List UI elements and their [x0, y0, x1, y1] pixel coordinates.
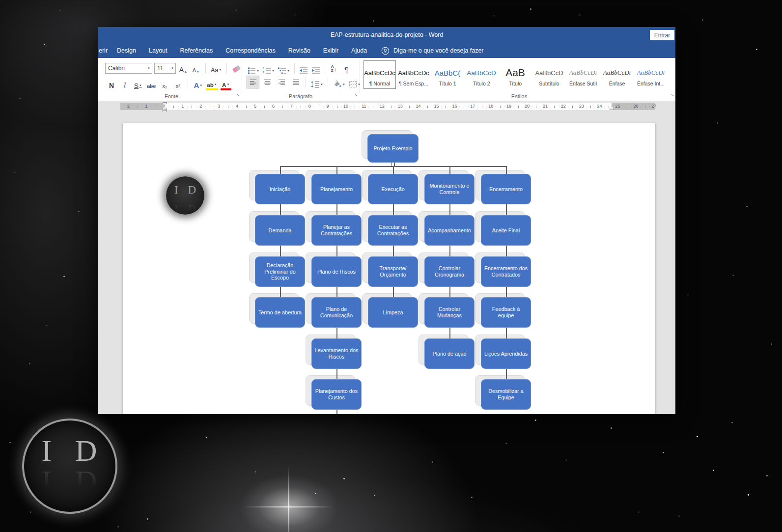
tell-me-box[interactable]: Diga-me o que você deseja fazer	[381, 47, 483, 55]
document-scroll-area[interactable]: Projeto ExemploIniciaçãoDemandaDeclaraçã…	[98, 112, 675, 414]
sort-button[interactable]: AZ ↓	[329, 62, 339, 74]
tab-ajuda[interactable]: Ajuda	[345, 43, 373, 58]
align-left-button[interactable]	[247, 76, 259, 88]
font-size-value: 11	[157, 65, 163, 72]
chart-node-aceite-final[interactable]: Aceite Final	[481, 215, 531, 246]
chart-node-execução[interactable]: Execução	[368, 174, 418, 204]
ruler-tick	[518, 106, 519, 108]
numbering-button[interactable]: 123 ▼	[262, 62, 276, 74]
id-watermark: I D I D	[166, 176, 204, 215]
sign-in-button[interactable]: Entrar	[650, 30, 674, 40]
horizontal-ruler[interactable]: 2112345678910111213141516171819202122232…	[120, 103, 655, 110]
ruler-number: 8	[308, 104, 311, 109]
style-item-subt-tulo[interactable]: AaBbCcDSubtítulo	[533, 60, 565, 89]
chart-node-declaração-preliminar-do-escopo[interactable]: Declaração Preliminar do Escopo	[255, 256, 305, 287]
multilevel-list-button[interactable]: ▼	[277, 62, 291, 74]
paragraph-dialog-launcher[interactable]	[353, 92, 359, 99]
bullets-button[interactable]: ▼	[247, 62, 260, 74]
font-name-combobox[interactable]: Calibri ▼	[105, 63, 152, 74]
chart-node-levantamento-dos-riscos[interactable]: Levantamento dos Riscos	[311, 338, 362, 369]
increase-indent-button[interactable]	[310, 62, 321, 74]
chart-node-controlar-cronograma[interactable]: Controlar Cronograma	[424, 256, 475, 287]
chart-node-executar-as-contratações[interactable]: Executar as Contratações	[368, 215, 418, 246]
shrink-font-button[interactable]: A▼	[191, 61, 201, 75]
bold-button[interactable]: N	[106, 77, 117, 90]
style-item--nfase-sutil[interactable]: AaBbCcDiÊnfase Sutil	[567, 60, 599, 89]
decrease-indent-button[interactable]	[298, 62, 309, 74]
chart-node-iniciação[interactable]: Iniciação	[255, 174, 305, 204]
grow-font-button[interactable]: A▲	[178, 61, 189, 75]
chart-node-termo-de-abertura[interactable]: Termo de abertura	[255, 297, 305, 328]
chart-node-planejamento[interactable]: Planejamento	[311, 174, 362, 204]
ruler-tick	[264, 106, 265, 108]
tab-layout[interactable]: Layout	[142, 43, 174, 58]
style-sample: AaB	[505, 65, 525, 81]
ruler-tick	[409, 106, 410, 108]
style-item--sem-esp-[interactable]: AaBbCcDc¶ Sem Esp...	[397, 60, 430, 89]
strikethrough-button[interactable]: abe	[146, 77, 157, 91]
chart-node-limpeza[interactable]: Limpeza	[368, 297, 418, 328]
chart-node-monitoramento-e-controle[interactable]: Monitoramento e Controle	[424, 174, 475, 204]
font-size-combobox[interactable]: 11 ▼	[154, 63, 176, 74]
line-spacing-button[interactable]: ▼	[309, 76, 324, 88]
ruler-number: 9	[327, 104, 329, 109]
subscript-button[interactable]: x₂	[159, 77, 170, 91]
align-center-icon	[264, 79, 271, 85]
chart-node-acompanhamento[interactable]: Acompanhamento	[424, 215, 475, 246]
chart-node-lições-aprendidas[interactable]: Lições Aprendidas	[481, 338, 531, 369]
tab-refer-ncias[interactable]: Referências	[174, 43, 220, 58]
clear-formatting-button[interactable]	[231, 62, 242, 74]
superscript-button[interactable]: x²	[172, 77, 183, 91]
ruler-tick	[464, 106, 464, 108]
show-formatting-marks-button[interactable]: ¶	[341, 61, 352, 75]
italic-button[interactable]: I	[119, 77, 130, 90]
chart-node-feedback-à-equipe[interactable]: Feedback à equipe	[481, 297, 531, 328]
chart-node-desmobilizar-a-equipe[interactable]: Desmobilizar a Equipe	[481, 379, 531, 410]
underline-button[interactable]: S▼	[133, 77, 143, 90]
tab-revis-o[interactable]: Revisão	[282, 43, 317, 58]
chart-node-plano-de-riscos[interactable]: Plano de Riscos	[311, 256, 362, 287]
text-effects-button[interactable]: A▼	[193, 77, 203, 90]
justify-button[interactable]	[289, 76, 302, 88]
style-item--normal[interactable]: AaBbCcDc¶ Normal	[363, 60, 396, 89]
chart-node-root[interactable]: Projeto Exemplo	[367, 134, 419, 163]
style-sample: AaBbC(	[435, 65, 461, 81]
chart-node-controlar-mudanças[interactable]: Controlar Mudanças	[424, 297, 475, 328]
ruler-dot	[341, 107, 342, 108]
style-item--nfase-int-[interactable]: AaBbCcDiÊnfase Int...	[635, 60, 667, 89]
tab-correspond-ncias[interactable]: Correspondências	[219, 43, 281, 58]
tab-erir[interactable]: erir	[98, 43, 111, 58]
tab-design[interactable]: Design	[111, 43, 142, 58]
chart-node-transporte-orçamento[interactable]: Transporte/ Orçamento	[368, 256, 418, 287]
connector-line	[449, 166, 450, 174]
style-item-t-tulo-1[interactable]: AaBbC(Título 1	[431, 60, 464, 89]
font-color-button[interactable]: A▼	[221, 76, 231, 91]
ruler-number: 21	[543, 104, 548, 109]
chart-node-demanda[interactable]: Demanda	[255, 215, 305, 246]
chart-node-planejar-as-contratações[interactable]: Planejar as Contratações	[311, 215, 362, 246]
connector-line	[336, 246, 337, 256]
font-dialog-launcher[interactable]	[235, 92, 241, 99]
borders-button[interactable]: ▼	[348, 76, 362, 88]
ruler-number: 6	[272, 104, 275, 109]
font-group-label: Fonte	[165, 93, 178, 99]
eap-org-chart: Projeto ExemploIniciaçãoDemandaDeclaraçã…	[123, 123, 655, 414]
tab-exibir[interactable]: Exibir	[317, 43, 345, 58]
text-highlight-button[interactable]: ab▼	[206, 76, 218, 91]
ruler-dot	[360, 107, 360, 108]
ruler-tick	[173, 106, 174, 108]
style-item-t-tulo-2[interactable]: AaBbCcDTítulo 2	[465, 60, 498, 89]
chart-node-encerramento[interactable]: Encerramento	[481, 174, 531, 204]
ruler-dot	[395, 107, 396, 108]
change-case-button[interactable]: Aa▼	[210, 61, 223, 75]
style-item--nfase[interactable]: AaBbCcDiÊnfase	[601, 60, 633, 89]
styles-dialog-launcher[interactable]	[669, 92, 675, 99]
align-right-button[interactable]	[275, 76, 288, 88]
chart-node-planejamento-dos-custos[interactable]: Planejamento dos Custos	[311, 379, 362, 410]
chart-node-encerramento-dos-contratados[interactable]: Encerramento dos Contratados	[481, 256, 531, 287]
chart-node-plano-de-ação[interactable]: Plano de ação	[424, 338, 475, 369]
chart-node-plano-de-comunicação[interactable]: Plano de Comunicação	[311, 297, 362, 328]
align-center-button[interactable]	[261, 76, 274, 88]
style-item-t-tulo[interactable]: AaBTítulo	[499, 60, 531, 89]
shading-button[interactable]: ▼	[332, 76, 346, 88]
